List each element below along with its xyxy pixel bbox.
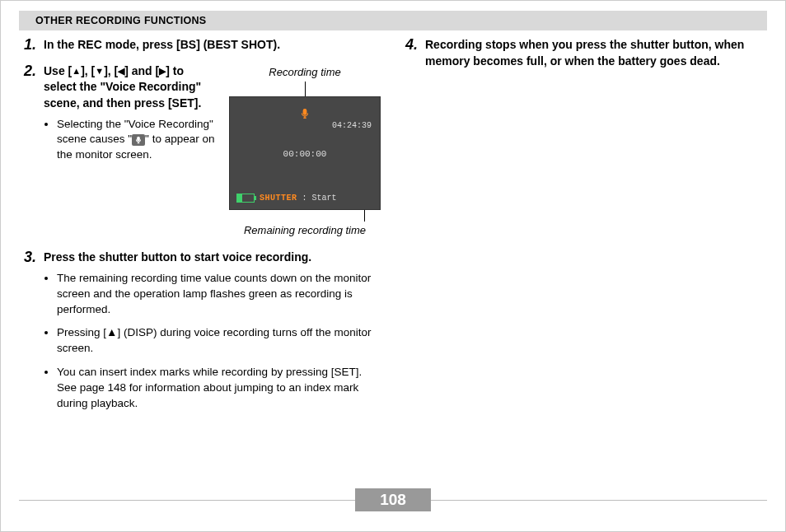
step-number: 1.: [24, 37, 44, 54]
step-body: Press the shutter button to start voice …: [44, 250, 381, 420]
up-arrow-icon: ▲: [72, 65, 81, 77]
callout-line: [364, 210, 365, 222]
header-bar: OTHER RECORDING FUNCTIONS: [19, 11, 767, 30]
list-item: You can insert index marks while recordi…: [57, 365, 381, 412]
list-item: Selecting the "Voice Recording" scene ca…: [57, 117, 219, 164]
footer: 108: [19, 488, 767, 511]
column-left: 1. In the REC mode, press [BS] (BEST SHO…: [24, 37, 381, 482]
content-columns: 1. In the REC mode, press [BS] (BEST SHO…: [24, 37, 762, 482]
lcd-remaining-time: 04:24:39: [332, 120, 372, 132]
lcd-elapsed-time: 00:00:00: [283, 148, 327, 161]
step-body: Recording stops when you press the shutt…: [425, 37, 762, 69]
step2-row: Use [▲], [▼], [◀] and [▶] to select the …: [44, 63, 381, 240]
step-1: 1. In the REC mode, press [BS] (BEST SHO…: [24, 37, 381, 54]
text-fragment: ], [: [104, 64, 118, 77]
step-title: Press the shutter button to start voice …: [44, 250, 381, 266]
text-fragment: Use [: [44, 64, 72, 77]
step-body: Use [▲], [▼], [◀] and [▶] to select the …: [44, 63, 381, 240]
list-item: Pressing [▲] (DISP) during voice recordi…: [57, 325, 381, 357]
lcd-start-label: : Start: [302, 193, 337, 204]
step-title: Recording stops when you press the shutt…: [425, 37, 762, 69]
lcd-screen: 04:24:39 00:00:00 SHUTTER : Start: [229, 96, 381, 210]
step-4: 4. Recording stops when you press the sh…: [405, 37, 762, 69]
text-fragment: ], [: [81, 64, 95, 77]
section-title: OTHER RECORDING FUNCTIONS: [35, 15, 207, 26]
page-number: 108: [355, 488, 431, 511]
step-title: In the REC mode, press [BS] (BEST SHOT).: [44, 37, 381, 54]
callout-remaining-time: Remaining recording time: [244, 223, 366, 238]
step-number: 4.: [405, 37, 425, 69]
step-number: 3.: [24, 250, 44, 420]
step-3: 3. Press the shutter button to start voi…: [24, 250, 381, 420]
step3-bullets: The remaining recording time value count…: [44, 271, 381, 412]
footer-rule: [19, 500, 355, 501]
page-container: OTHER RECORDING FUNCTIONS 1. In the REC …: [0, 0, 786, 532]
footer-rule: [431, 500, 767, 501]
lcd-figure: Recording time 04:24:39 00:00:00: [229, 63, 381, 240]
column-right: 4. Recording stops when you press the sh…: [405, 37, 762, 482]
step2-text: Use [▲], [▼], [◀] and [▶] to select the …: [44, 63, 219, 171]
mic-icon: [299, 107, 311, 126]
text-fragment: ] and [: [124, 64, 159, 77]
lcd-bottom-row: SHUTTER : Start: [236, 193, 373, 204]
callout-line-wrap: [230, 210, 380, 222]
svg-rect-0: [138, 138, 140, 142]
step-2: 2. Use [▲], [▼], [◀] and [▶] to select t…: [24, 63, 381, 240]
step-number: 2.: [24, 63, 44, 240]
step-body: In the REC mode, press [BS] (BEST SHOT).: [44, 37, 381, 54]
list-item: The remaining recording time value count…: [57, 271, 381, 318]
lcd-shutter-label: SHUTTER: [260, 193, 297, 204]
step2-bullets: Selecting the "Voice Recording" scene ca…: [44, 117, 219, 164]
down-arrow-icon: ▼: [95, 65, 104, 77]
svg-rect-3: [303, 110, 306, 114]
callout-line: [305, 82, 306, 96]
callout-recording-time: Recording time: [269, 65, 340, 80]
mic-inline-icon: [132, 134, 145, 146]
step-title: Use [▲], [▼], [◀] and [▶] to select the …: [44, 63, 219, 112]
battery-icon: [236, 194, 255, 203]
